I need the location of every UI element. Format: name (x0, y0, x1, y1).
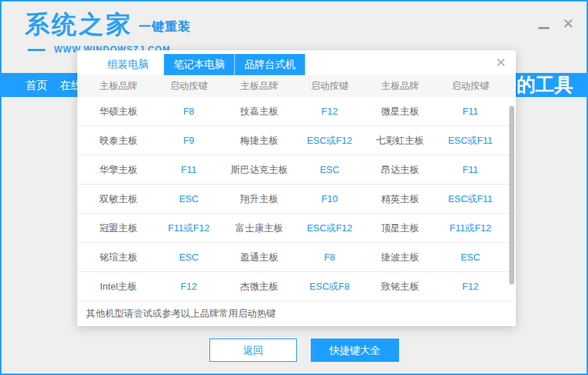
window-close-button[interactable]: ✕ (560, 16, 576, 32)
dialog-close-button[interactable]: ✕ (495, 56, 506, 69)
boot-key-cell: ESC或F12 (295, 134, 365, 147)
table-note: 其他机型请尝试或参考以上品牌常用启动热键 (77, 301, 516, 326)
brand-cell: 精英主板 (365, 193, 436, 206)
boot-key-dialog: 组装电脑笔记本电脑品牌台式机 ✕ 主板品牌启动按键主板品牌启动按键主板品牌启动按… (77, 50, 516, 326)
table-row: 映泰主板F9梅捷主板ESC或F12七彩虹主板ESC或F11 (77, 126, 516, 155)
minimize-button[interactable] (535, 16, 552, 32)
boot-key-cell: ESC (154, 252, 225, 263)
brand-cell: 翔升主板 (224, 193, 295, 206)
boot-key-cell: ESC或F8 (295, 280, 365, 293)
tab-0[interactable]: 组装电脑 (93, 54, 163, 75)
brand-cell: 华硕主板 (83, 105, 154, 118)
brand-cell: 昂达主板 (365, 163, 436, 177)
window-controls: ✕ (535, 16, 576, 32)
brand-cell: 技嘉主板 (224, 105, 295, 118)
table-row: 冠盟主板F11或F12富士康主板ESC或F12顶星主板F11或F12 (77, 214, 516, 243)
table-row: Intel主板F12杰微主板ESC或F8致铭主板F12 (77, 272, 516, 301)
dialog-tabs: 组装电脑笔记本电脑品牌台式机 (93, 54, 305, 75)
table-row: 双敏主板ESC翔升主板F10精英主板ESC或F11 (77, 185, 516, 214)
boot-key-cell: F10 (295, 193, 365, 204)
boot-key-cell: F11 (436, 106, 506, 117)
tab-2[interactable]: 品牌台式机 (234, 54, 305, 75)
boot-key-cell: ESC或F12 (295, 222, 365, 235)
logo: 系统之家 一键重装 (25, 12, 191, 36)
brand-cell: 七彩虹主板 (365, 134, 436, 147)
table-header-cell: 主板品牌 (83, 80, 154, 93)
boot-key-cell: ESC (295, 164, 365, 175)
boot-key-cell: ESC或F11 (436, 134, 506, 147)
brand-cell: 斯巴达克主板 (224, 163, 295, 177)
table-header-cell: 启动按键 (154, 80, 225, 93)
boot-key-cell: F11 (154, 164, 225, 175)
brand-cell: 冠盟主板 (83, 222, 154, 235)
boot-key-cell: F11 (436, 164, 506, 175)
hotkeys-button[interactable]: 快捷键大全 (311, 339, 399, 362)
boot-key-cell: F12 (154, 281, 225, 292)
nav-item-home[interactable]: 首页 (26, 73, 47, 97)
boot-key-cell: F11或F12 (436, 222, 506, 235)
scrollbar-thumb[interactable] (509, 106, 514, 285)
dash-icon (28, 49, 45, 51)
table-row: 铭瑄主板ESC盈通主板F8捷波主板ESC (77, 243, 516, 272)
boot-key-cell: F8 (295, 252, 365, 263)
table-header-cell: 启动按键 (295, 80, 365, 93)
table-header-cell: 主板品牌 (224, 80, 295, 93)
brand-cell: 微星主板 (365, 105, 436, 118)
boot-key-cell: F12 (295, 106, 365, 117)
brand-cell: 富士康主板 (224, 222, 295, 235)
dialog-footer: 返回 快捷键大全 (1, 339, 587, 362)
brand-cell: 杰微主板 (224, 280, 295, 293)
boot-key-cell: F11或F12 (154, 222, 225, 235)
nav-slogan-text: 的工具 (517, 73, 573, 97)
table-header-cell: 启动按键 (436, 80, 506, 93)
boot-key-cell: ESC (436, 252, 506, 263)
back-button[interactable]: 返回 (209, 339, 297, 362)
table-header-cell: 主板品牌 (365, 80, 436, 93)
boot-key-cell: F8 (154, 106, 225, 117)
brand-cell: Intel主板 (83, 280, 154, 293)
brand-cell: 捷波主板 (365, 251, 436, 264)
table-header-row: 主板品牌启动按键主板品牌启动按键主板品牌启动按键 (77, 75, 516, 97)
tab-1[interactable]: 笔记本电脑 (163, 54, 234, 75)
brand-cell: 铭瑄主板 (83, 251, 154, 264)
brand-cell: 华擎主板 (83, 163, 154, 177)
brand-cell: 双敏主板 (83, 193, 154, 206)
brand-cell: 顶星主板 (365, 222, 436, 235)
table-row: 华硕主板F8技嘉主板F12微星主板F11 (77, 97, 516, 126)
brand-cell: 致铭主板 (365, 280, 436, 293)
logo-text: 系统之家 (25, 12, 133, 36)
logo-suffix: 一键重装 (139, 18, 191, 35)
minimize-icon (538, 27, 549, 29)
brand-cell: 盈通主板 (224, 251, 295, 264)
app-window: 系统之家 一键重装 WWW.WINDOWSZJ.COM ✕ 首页 在线重装 的工… (0, 0, 588, 375)
boot-key-cell: F9 (154, 135, 225, 146)
brand-cell: 梅捷主板 (224, 134, 295, 147)
boot-key-cell: ESC (154, 193, 225, 204)
table-row: 华擎主板F11斯巴达克主板ESC昂达主板F11 (77, 155, 516, 185)
boot-key-cell: F12 (436, 281, 506, 292)
brand-cell: 映泰主板 (83, 134, 154, 147)
table-body: 华硕主板F8技嘉主板F12微星主板F11映泰主板F9梅捷主板ESC或F12七彩虹… (77, 97, 516, 301)
boot-key-cell: ESC或F11 (436, 193, 506, 206)
